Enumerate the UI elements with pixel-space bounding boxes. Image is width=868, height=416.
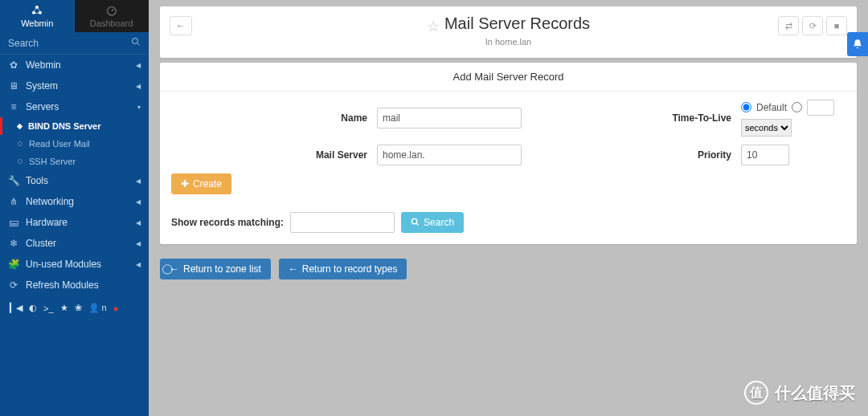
search-label: Search xyxy=(424,217,454,228)
records-search-row: Show records matching: Search xyxy=(171,212,845,233)
reload-button[interactable]: ⟳ xyxy=(802,16,823,35)
name-label: Name xyxy=(171,112,372,124)
nav-label: Cluster xyxy=(26,238,56,249)
svg-point-2 xyxy=(39,11,42,14)
form-panel: Add Mail Server Record Name Time-To-Live… xyxy=(160,63,857,244)
chevron-icon: ◀ xyxy=(136,177,141,185)
chevron-icon: ◀ xyxy=(136,198,141,206)
sidebar-bottom-icons: ▎◀ ◐ >_ ★ ❀ 👤 n ● xyxy=(0,296,149,320)
sub-label: Read User Mail xyxy=(29,139,90,149)
ttl-options: Default xyxy=(741,100,834,116)
cluster-icon: ❄ xyxy=(8,238,19,249)
nav-item-hardware[interactable]: 🖴Hardware◀ xyxy=(0,212,149,233)
nav-item-cluster[interactable]: ❄Cluster◀ xyxy=(0,233,149,254)
sub-item-read-mail[interactable]: Read User Mail xyxy=(0,135,149,153)
dashboard-icon xyxy=(105,4,118,17)
globe-icon[interactable]: ❀ xyxy=(75,303,82,313)
main-content: ← ⇄ ⟳ ■ ☆Mail Server Records In home.lan… xyxy=(149,0,868,416)
shuffle-button[interactable]: ⇄ xyxy=(778,16,799,35)
chevron-icon: ◀ xyxy=(136,240,141,247)
sidebar-tabs: Webmin Dashboard xyxy=(0,0,149,32)
watermark-icon: 值 xyxy=(744,381,768,405)
search-icon[interactable] xyxy=(131,37,141,49)
nav-label: Tools xyxy=(26,175,48,186)
chevron-icon: ◀ xyxy=(136,219,141,226)
title-wrap: ☆Mail Server Records In home.lan xyxy=(170,14,847,47)
favorite-star-icon[interactable]: ☆ xyxy=(427,18,440,35)
user-label: n xyxy=(102,303,107,312)
arrow-left-icon: ← xyxy=(289,263,298,275)
tab-dashboard-label: Dashboard xyxy=(90,18,133,28)
nav-item-networking[interactable]: ⋔Networking◀ xyxy=(0,191,149,212)
chevron-down-icon: ▾ xyxy=(137,104,141,111)
nav-item-refresh[interactable]: ⟳Refresh Modules xyxy=(0,275,149,296)
nav-label: Un-used Modules xyxy=(26,259,101,270)
record-icon[interactable]: ● xyxy=(113,304,119,313)
webmin-icon xyxy=(31,4,43,17)
chevron-icon: ◀ xyxy=(136,83,141,90)
tab-webmin-label: Webmin xyxy=(21,18,53,28)
ttl-default-text: Default xyxy=(756,102,787,113)
search-input[interactable] xyxy=(8,38,131,49)
servers-submenu: BIND DNS Server Read User Mail SSH Serve… xyxy=(0,117,149,170)
form-section-title: Add Mail Server Record xyxy=(160,63,857,92)
form-actions: ✚ Create Show records matching: Search xyxy=(160,173,857,233)
search-button[interactable]: Search xyxy=(401,212,464,233)
header-tools: ⇄ ⟳ ■ xyxy=(778,16,847,35)
return-zone-button[interactable]: ⃝← Return to zone list xyxy=(160,259,271,279)
collapse-icon[interactable]: ▎◀ xyxy=(10,303,23,313)
chevron-icon: ◀ xyxy=(136,62,141,69)
sidebar-search xyxy=(0,32,149,55)
chevron-icon: ◀ xyxy=(136,261,141,268)
nav-item-system[interactable]: 🖥System◀ xyxy=(0,75,149,96)
bullet-icon xyxy=(18,159,23,164)
records-input[interactable] xyxy=(290,212,395,233)
nav-item-unused[interactable]: 🧩Un-used Modules◀ xyxy=(0,254,149,275)
plus-icon: ✚ xyxy=(181,178,189,190)
stop-button[interactable]: ■ xyxy=(826,16,847,35)
nav-label: Servers xyxy=(26,101,59,112)
modules-icon: 🧩 xyxy=(8,259,19,270)
arrow-left-circle-icon: ⃝← xyxy=(170,263,179,275)
tab-webmin[interactable]: Webmin xyxy=(0,0,75,32)
nav-item-servers[interactable]: ≡Servers▾ xyxy=(0,96,149,117)
night-icon[interactable]: ◐ xyxy=(29,303,37,313)
bottom-buttons: ⃝← Return to zone list ← Return to recor… xyxy=(160,259,857,279)
tab-dashboard[interactable]: Dashboard xyxy=(75,0,149,32)
return-records-label: Return to record types xyxy=(302,263,398,275)
mailserver-input[interactable] xyxy=(377,145,522,165)
tools-icon: 🔧 xyxy=(8,175,19,186)
servers-icon: ≡ xyxy=(8,101,19,112)
sub-item-bind-dns[interactable]: BIND DNS Server xyxy=(0,117,149,135)
page-title: Mail Server Records xyxy=(444,14,590,32)
ttl-label: Time-To-Live xyxy=(659,112,736,124)
gear-icon: ✿ xyxy=(8,59,19,71)
nav-label: Refresh Modules xyxy=(26,279,99,291)
nav-item-webmin[interactable]: ✿Webmin◀ xyxy=(0,55,149,75)
priority-input[interactable] xyxy=(741,145,789,165)
sub-label: SSH Server xyxy=(29,157,76,166)
search-icon xyxy=(411,218,420,226)
name-input[interactable] xyxy=(377,108,522,128)
active-marker-icon xyxy=(17,123,23,128)
nav-item-tools[interactable]: 🔧Tools◀ xyxy=(0,170,149,191)
ttl-value-input[interactable] xyxy=(807,100,834,116)
user-icon[interactable]: 👤 n xyxy=(88,303,107,313)
page-subtitle: In home.lan xyxy=(170,37,847,47)
return-records-button[interactable]: ← Return to record types xyxy=(279,259,407,279)
ttl-default-radio[interactable] xyxy=(741,102,751,112)
terminal-icon[interactable]: >_ xyxy=(43,304,54,313)
notifications-bell[interactable] xyxy=(847,32,868,56)
priority-label: Priority xyxy=(659,149,736,161)
star-icon[interactable]: ★ xyxy=(60,303,68,313)
back-button[interactable]: ← xyxy=(170,16,192,35)
bell-icon xyxy=(852,39,863,50)
watermark-text: 什么值得买 xyxy=(775,382,855,404)
sub-item-ssh[interactable]: SSH Server xyxy=(0,153,149,170)
create-button[interactable]: ✚ Create xyxy=(171,173,231,194)
ttl-custom-radio[interactable] xyxy=(792,102,802,112)
return-zone-label: Return to zone list xyxy=(183,263,261,275)
nav-label: System xyxy=(26,80,58,92)
ttl-unit-select[interactable]: seconds xyxy=(741,119,792,137)
records-label: Show records matching: xyxy=(171,217,284,228)
